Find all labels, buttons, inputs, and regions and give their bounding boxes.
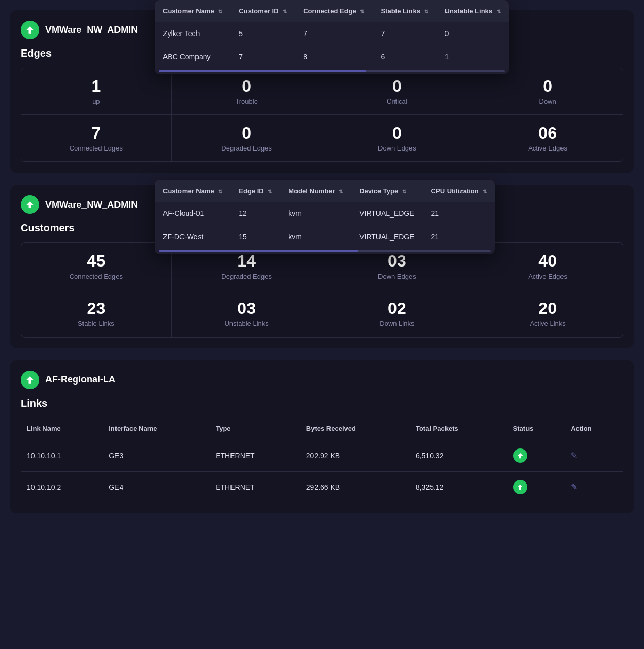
th-bytes-received: Bytes Received xyxy=(300,418,409,440)
stat-label: Connected Edges xyxy=(70,144,123,152)
th-status: Status xyxy=(507,418,565,440)
cell-type: ETHERNET xyxy=(209,440,300,471)
stat-cell-down-links: 02 Down Links xyxy=(322,290,473,337)
stat-cell-connected-edges-2: 45 Connected Edges xyxy=(21,243,172,290)
col-customer-id[interactable]: Customer ID ⇅ xyxy=(230,0,295,22)
stat-label: Degraded Edges xyxy=(221,273,272,280)
stat-number: 0 xyxy=(242,124,251,142)
stat-number: 0 xyxy=(543,77,552,95)
stat-cell-unstable-links: 03 Unstable Links xyxy=(172,290,322,337)
cell-action[interactable]: ✎ xyxy=(565,471,623,503)
stat-number: 0 xyxy=(242,77,251,95)
stat-label: Down xyxy=(539,97,556,105)
stat-label: Degraded Edges xyxy=(221,144,272,152)
stat-label: Down Edges xyxy=(378,273,416,280)
cell-customer-name: ZF-DC-West xyxy=(155,225,230,248)
edges-floating-table: Customer Name ⇅ Edge ID ⇅ Model Number ⇅… xyxy=(155,180,495,254)
cell-device-type: VIRTUAL_EDGE xyxy=(351,202,422,225)
col-cpu-utilization[interactable]: CPU Utilization ⇅ xyxy=(423,180,496,202)
stat-number: 06 xyxy=(538,124,557,142)
edges-section-wrapper: Customer Name ⇅ Customer ID ⇅ Connected … xyxy=(10,10,634,173)
stat-number: 1 xyxy=(91,77,101,95)
edit-icon-2[interactable]: ✎ xyxy=(571,482,577,491)
page-container: Customer Name ⇅ Customer ID ⇅ Connected … xyxy=(10,10,634,513)
cell-bytes-received: 292.66 KB xyxy=(300,471,409,503)
th-action: Action xyxy=(565,418,623,440)
sort-icon: ⇅ xyxy=(402,189,406,194)
stat-number: 0 xyxy=(392,124,402,142)
status-icon-3 xyxy=(21,371,39,389)
th-interface-name: Interface Name xyxy=(103,418,209,440)
stat-label: Connected Edges xyxy=(70,273,123,280)
col-customer-name[interactable]: Customer Name ⇅ xyxy=(155,0,230,22)
stat-cell-active-edges-2: 40 Active Edges xyxy=(472,243,623,290)
table-row: 10.10.10.2 GE4 ETHERNET 292.66 KB 8,325.… xyxy=(21,471,623,503)
links-card-header: AF-Regional-LA xyxy=(21,371,623,389)
cell-connected-edge: 7 xyxy=(295,22,372,45)
scroll-indicator-2[interactable] xyxy=(159,250,491,252)
cell-model-number: kvm xyxy=(280,202,351,225)
customers-floating-table: Customer Name ⇅ Customer ID ⇅ Connected … xyxy=(155,0,509,74)
stat-label: Active Edges xyxy=(528,144,567,152)
stat-label: up xyxy=(92,97,100,105)
up-arrow-icon-2 xyxy=(25,199,35,210)
up-arrow-icon-3 xyxy=(25,375,35,385)
col-unstable-links[interactable]: Unstable Links ⇅ xyxy=(437,0,509,22)
sort-icon: ⇅ xyxy=(483,189,487,194)
col-customer-name-2[interactable]: Customer Name ⇅ xyxy=(155,180,230,202)
cell-link-name: 10.10.10.2 xyxy=(21,471,103,503)
stat-number: 03 xyxy=(388,252,406,270)
customers-stats-grid: 45 Connected Edges 14 Degraded Edges 03 … xyxy=(21,242,623,337)
stat-label: Down Links xyxy=(379,320,414,327)
sort-icon: ⇅ xyxy=(268,189,272,194)
edit-icon[interactable]: ✎ xyxy=(571,451,577,460)
status-icon-2 xyxy=(21,195,39,214)
scroll-thumb-2 xyxy=(159,250,358,252)
up-arrow-status-icon xyxy=(516,452,524,460)
cell-stable-links: 6 xyxy=(372,45,436,69)
th-type: Type xyxy=(209,418,300,440)
stat-number: 20 xyxy=(538,299,557,318)
stat-cell-critical: 0 Critical xyxy=(322,68,473,115)
cell-customer-name: AF-Cloud-01 xyxy=(155,202,230,225)
stat-number: 40 xyxy=(538,252,557,270)
stat-cell-stable-links: 23 Stable Links xyxy=(21,290,172,337)
cell-customer-name: ABC Company xyxy=(155,45,230,69)
th-total-packets: Total Packets xyxy=(409,418,507,440)
cell-link-name: 10.10.10.1 xyxy=(21,440,103,471)
customers-section-wrapper: Customer Name ⇅ Edge ID ⇅ Model Number ⇅… xyxy=(10,185,634,347)
stat-cell-degraded-edges: 0 Degraded Edges xyxy=(172,115,322,162)
cell-cpu-utilization: 21 xyxy=(423,225,496,248)
link-status-dot xyxy=(513,448,527,463)
cell-action[interactable]: ✎ xyxy=(565,440,623,471)
col-device-type[interactable]: Device Type ⇅ xyxy=(351,180,422,202)
up-arrow-icon xyxy=(25,25,35,35)
table-row: 10.10.10.1 GE3 ETHERNET 202.92 KB 6,510.… xyxy=(21,440,623,471)
up-arrow-status-icon-2 xyxy=(516,483,524,491)
cell-interface-name: GE4 xyxy=(103,471,209,503)
col-connected-edge[interactable]: Connected Edge ⇅ xyxy=(295,0,372,22)
cell-customer-name: Zylker Tech xyxy=(155,22,230,45)
col-edge-id[interactable]: Edge ID ⇅ xyxy=(230,180,280,202)
cell-total-packets: 8,325.12 xyxy=(409,471,507,503)
cell-connected-edge: 8 xyxy=(295,45,372,69)
th-link-name: Link Name xyxy=(21,418,103,440)
col-stable-links[interactable]: Stable Links ⇅ xyxy=(372,0,436,22)
scroll-indicator[interactable] xyxy=(159,70,505,72)
cell-interface-name: GE3 xyxy=(103,440,209,471)
col-model-number[interactable]: Model Number ⇅ xyxy=(280,180,351,202)
stat-number: 14 xyxy=(237,252,256,270)
stat-cell-active-links: 20 Active Links xyxy=(472,290,623,337)
stat-number: 0 xyxy=(392,77,402,95)
stat-label: Critical xyxy=(387,97,407,105)
status-icon xyxy=(21,21,39,39)
links-table-header-row: Link Name Interface Name Type Bytes Rece… xyxy=(21,418,623,440)
edges-stats-grid: 1 up 0 Trouble 0 Critical 0 Down 7 Con xyxy=(21,68,623,162)
customers-card-title: VMWare_NW_ADMIN xyxy=(45,199,138,210)
table-row: Zylker Tech 5 7 7 0 xyxy=(155,22,509,45)
stat-label: Active Links xyxy=(530,320,565,327)
stat-cell-trouble: 0 Trouble xyxy=(172,68,322,115)
sort-icon-customer-id: ⇅ xyxy=(283,9,287,14)
stat-number: 23 xyxy=(87,299,106,318)
table-row: ABC Company 7 8 6 1 xyxy=(155,45,509,69)
